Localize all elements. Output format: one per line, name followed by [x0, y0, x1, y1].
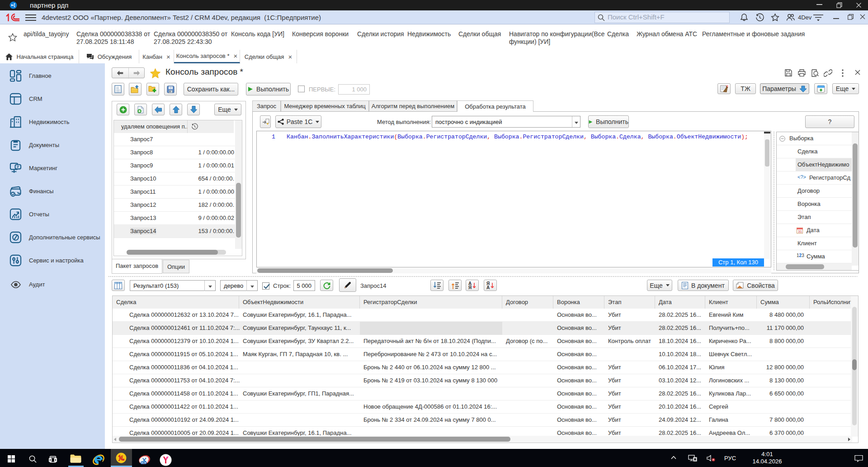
svg-text:31: 31: [798, 229, 802, 234]
